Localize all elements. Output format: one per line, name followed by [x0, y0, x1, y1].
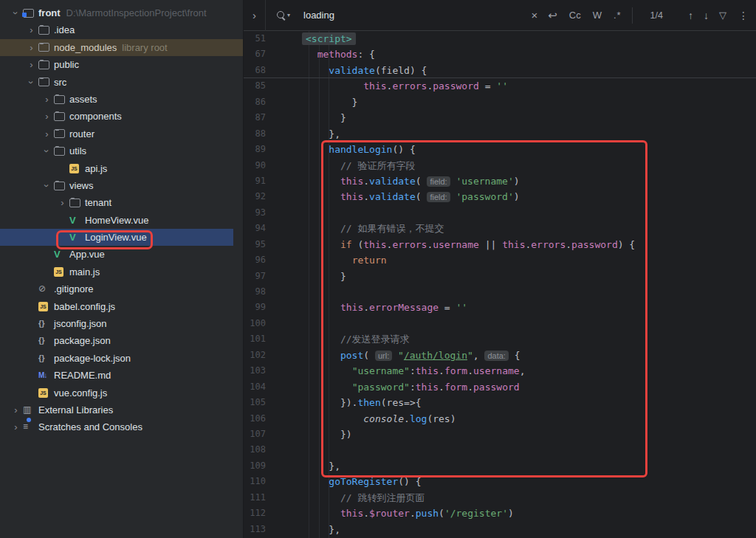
line-number[interactable]: 102	[244, 348, 281, 363]
code-line-110[interactable]: 110 goToRegister() {	[244, 474, 756, 489]
newline-icon[interactable]: ↩	[548, 9, 557, 22]
tree-item-tenant[interactable]: ›tenant	[0, 194, 244, 211]
line-number[interactable]: 91	[244, 173, 281, 189]
tree-item-utils[interactable]: ›utils	[0, 142, 244, 159]
tree-item--gitignore[interactable]: ⊘.gitignore	[0, 280, 244, 297]
line-number[interactable]: 100	[244, 316, 281, 331]
search-input[interactable]: loading	[303, 10, 334, 21]
line-number[interactable]: 89	[244, 142, 281, 157]
code-line-99[interactable]: 99 this.errorMessage = ''	[244, 300, 756, 315]
line-number[interactable]: 96	[244, 252, 281, 268]
tree-item-public[interactable]: ›public	[0, 56, 244, 73]
search-mode-dropdown[interactable]: ▾	[277, 11, 290, 20]
tree-item-views[interactable]: ›views	[0, 177, 244, 194]
line-number[interactable]: 67	[244, 46, 281, 62]
chevron-collapsed-icon[interactable]: ›	[40, 108, 54, 125]
match-case-button[interactable]: Cc	[569, 10, 581, 21]
chevron-collapsed-icon[interactable]: ›	[24, 21, 38, 38]
code-line-103[interactable]: 103 "username":this.form.username,	[244, 363, 756, 379]
tree-item-main-js[interactable]: JSmain.js	[0, 263, 244, 280]
chevron-collapsed-icon[interactable]: ›	[55, 194, 69, 211]
line-number[interactable]: 109	[244, 458, 281, 474]
line-number[interactable]: 93	[244, 205, 281, 221]
tree-item-api-js[interactable]: JSapi.js	[0, 160, 244, 177]
tree-item-package-json[interactable]: {}package.json	[0, 332, 244, 349]
tree-item-assets[interactable]: ›assets	[0, 91, 244, 108]
code-line-108[interactable]: 108	[244, 442, 756, 458]
line-number[interactable]: 99	[244, 300, 281, 315]
chevron-collapsed-icon[interactable]: ›	[9, 401, 23, 418]
code-line-106[interactable]: 106 console.log(res)	[244, 411, 756, 427]
code-line-101[interactable]: 101 //发送登录请求	[244, 331, 756, 347]
more-options-button[interactable]: ⋮	[738, 10, 749, 21]
chevron-collapsed-icon[interactable]: ›	[9, 418, 23, 435]
expand-search-icon[interactable]: ›	[244, 0, 266, 31]
tree-item-vue-config-js[interactable]: JSvue.config.js	[0, 384, 244, 401]
tree-item-homeview-vue[interactable]: VHomeView.vue	[0, 212, 244, 229]
chevron-expanded-icon[interactable]: ›	[38, 144, 55, 158]
line-number[interactable]: 108	[244, 442, 281, 458]
line-number[interactable]: 88	[244, 126, 281, 142]
line-number[interactable]: 103	[244, 363, 281, 379]
line-number[interactable]: 90	[244, 158, 281, 173]
code-line-86[interactable]: 86 }	[244, 94, 756, 110]
code-line-104[interactable]: 104 "password":this.form.password	[244, 379, 756, 395]
line-number[interactable]: 105	[244, 395, 281, 410]
line-number[interactable]: 85	[244, 78, 281, 94]
code-line-68[interactable]: 68 validate(field) {	[244, 63, 756, 78]
tree-item-external-libraries[interactable]: ›▥External Libraries	[0, 401, 244, 418]
line-number[interactable]: 68	[244, 63, 281, 77]
code-line-51[interactable]: 51<script>	[244, 31, 756, 46]
chevron-collapsed-icon[interactable]: ›	[24, 39, 38, 56]
whole-words-button[interactable]: W	[593, 10, 602, 21]
tree-item-src[interactable]: ›src	[0, 74, 244, 91]
line-number[interactable]: 111	[244, 490, 281, 506]
chevron-expanded-icon[interactable]: ›	[23, 75, 40, 89]
regex-button[interactable]: .*	[614, 10, 622, 21]
code-line-98[interactable]: 98	[244, 284, 756, 300]
chevron-collapsed-icon[interactable]: ›	[40, 91, 54, 108]
line-number[interactable]: 106	[244, 411, 281, 427]
code-line-107[interactable]: 107 })	[244, 427, 756, 442]
tree-item-scratches-and-consoles[interactable]: ›≡Scratches and Consoles	[0, 418, 244, 435]
tree-item-jsconfig-json[interactable]: {}jsconfig.json	[0, 315, 244, 332]
line-number[interactable]: 110	[244, 474, 281, 489]
tree-item-node-modules[interactable]: ›node_moduleslibrary root	[0, 39, 244, 56]
code-line-102[interactable]: 102 post( url: "/auth/login", data: {	[244, 348, 756, 363]
code-line-91[interactable]: 91 this.validate( field: 'username')	[244, 173, 756, 189]
tree-item-babel-config-js[interactable]: JSbabel.config.js	[0, 298, 244, 315]
line-number[interactable]: 51	[244, 31, 281, 46]
code-line-92[interactable]: 92 this.validate( field: 'password')	[244, 189, 756, 204]
code-line-97[interactable]: 97 }	[244, 269, 756, 284]
code-line-109[interactable]: 109 },	[244, 458, 756, 474]
tree-item-package-lock-json[interactable]: {}package-lock.json	[0, 350, 244, 367]
code-line-100[interactable]: 100	[244, 316, 756, 331]
line-number[interactable]: 86	[244, 94, 281, 110]
code-line-111[interactable]: 111 // 跳转到注册页面	[244, 490, 756, 506]
clear-search-icon[interactable]: ×	[531, 9, 537, 21]
tree-item-components[interactable]: ›components	[0, 108, 244, 125]
project-root-row[interactable]: › front D:\MarmotInspectionProject\front	[0, 4, 244, 21]
code-line-88[interactable]: 88 },	[244, 126, 756, 142]
line-number[interactable]: 98	[244, 284, 281, 300]
code-line-87[interactable]: 87 }	[244, 110, 756, 125]
line-number[interactable]: 92	[244, 189, 281, 204]
code-line-105[interactable]: 105 }).then(res=>{	[244, 395, 756, 410]
tree-item-readme-md[interactable]: M↓README.md	[0, 367, 244, 384]
line-number[interactable]: 95	[244, 237, 281, 252]
code-line-96[interactable]: 96 return	[244, 252, 756, 268]
line-number[interactable]: 112	[244, 506, 281, 521]
filter-search-button[interactable]: ▽	[719, 10, 726, 21]
line-number[interactable]: 104	[244, 379, 281, 395]
line-number[interactable]: 107	[244, 427, 281, 442]
code-line-94[interactable]: 94 // 如果有错误，不提交	[244, 221, 756, 236]
code-line-85[interactable]: 85 this.errors.password = ''	[244, 78, 756, 94]
line-number[interactable]: 94	[244, 221, 281, 236]
chevron-collapsed-icon[interactable]: ›	[24, 56, 38, 73]
tree-item-app-vue[interactable]: VApp.vue	[0, 246, 244, 263]
code-line-89[interactable]: 89 handleLogin() {	[244, 142, 756, 157]
code-line-93[interactable]: 93	[244, 205, 756, 221]
next-match-button[interactable]: ↓	[704, 10, 709, 21]
chevron-expanded-icon[interactable]: ›	[38, 179, 55, 193]
line-number[interactable]: 87	[244, 110, 281, 125]
